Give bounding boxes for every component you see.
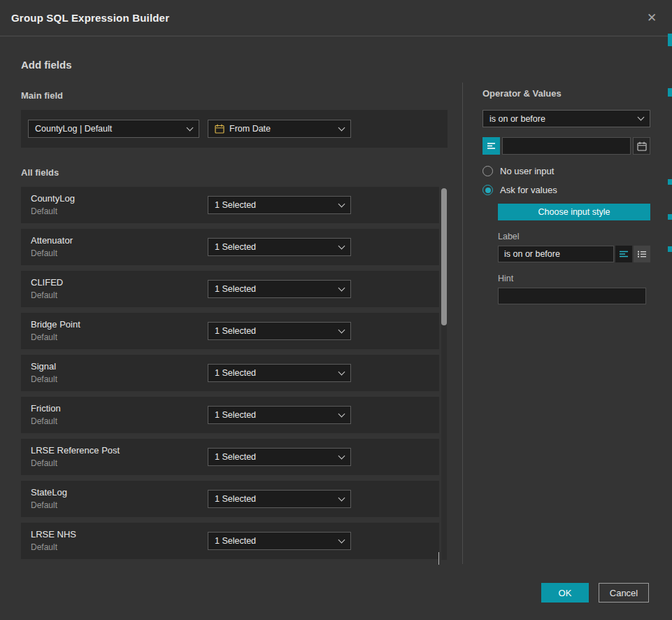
hint-input[interactable] (498, 288, 646, 304)
field-row: StateLog Default 1 Selected (21, 481, 439, 517)
label-input[interactable] (498, 246, 614, 262)
scroll-down-icon (438, 552, 439, 565)
value-mode-button[interactable] (482, 137, 500, 155)
field-selection-dropdown[interactable]: 1 Selected (208, 532, 351, 550)
chevron-down-icon (638, 114, 645, 121)
fields-scrollbar[interactable] (441, 188, 447, 560)
all-fields-list: CountyLog Default 1 Selected Attenuator … (21, 187, 439, 559)
field-selection-value: 1 Selected (215, 536, 334, 546)
field-selection-dropdown[interactable]: 1 Selected (208, 448, 351, 466)
field-selection-dropdown[interactable]: 1 Selected (208, 238, 351, 256)
field-row: LRSE Reference Post Default 1 Selected (21, 439, 439, 475)
date-picker-button[interactable] (633, 137, 650, 155)
label-row (498, 246, 650, 262)
chevron-down-icon (338, 284, 345, 291)
edge-artifact (668, 34, 672, 46)
field-row: Signal Default 1 Selected (21, 355, 439, 391)
edge-artifact (668, 179, 672, 185)
edge-artifact (668, 246, 672, 252)
field-selection-value: 1 Selected (215, 326, 334, 336)
no-user-input-label: No user input (500, 166, 554, 176)
scrollbar-thumb[interactable] (441, 188, 447, 325)
edge-artifact (668, 88, 672, 97)
chevron-down-icon (338, 410, 345, 417)
field-selection-value: 1 Selected (215, 368, 334, 378)
value-row (482, 137, 650, 155)
align-left-icon (619, 249, 629, 259)
label-field-label: Label (498, 232, 650, 241)
user-input-radio-group: No user input Ask for values (482, 166, 650, 195)
chevron-down-icon (187, 124, 194, 131)
field-selection-value: 1 Selected (215, 284, 334, 294)
field-selection-dropdown[interactable]: 1 Selected (208, 406, 351, 424)
close-button[interactable]: ✕ (643, 9, 661, 27)
field-selection-value: 1 Selected (215, 410, 334, 420)
list-icon (637, 249, 647, 259)
operator-values-heading: Operator & Values (482, 88, 650, 99)
chevron-down-icon (338, 242, 345, 249)
chevron-down-icon (338, 452, 345, 459)
operator-dropdown[interactable]: is on or before (482, 110, 650, 127)
list-input-style-button[interactable] (634, 246, 650, 262)
operator-values-section: Operator & Values is on or before No use… (482, 88, 650, 304)
field-selection-value: 1 Selected (215, 242, 334, 252)
field-row: Friction Default 1 Selected (21, 397, 439, 433)
edge-artifact (668, 214, 672, 220)
date-field-dropdown[interactable]: From Date (208, 120, 351, 138)
dialog-footer: OK Cancel (541, 583, 649, 603)
all-fields-label: All fields (21, 167, 448, 178)
cancel-button[interactable]: Cancel (599, 583, 649, 603)
field-selection-dropdown[interactable]: 1 Selected (208, 280, 351, 298)
field-row: Attenuator Default 1 Selected (21, 229, 439, 265)
value-input[interactable] (502, 137, 631, 155)
close-icon: ✕ (647, 10, 657, 25)
radio-icon (482, 185, 493, 195)
field-row: Bridge Point Default 1 Selected (21, 313, 439, 349)
layer-dropdown-value: CountyLog | Default (35, 124, 183, 134)
chevron-down-icon (338, 536, 345, 543)
ok-button[interactable]: OK (541, 583, 589, 603)
main-field-label: Main field (21, 90, 448, 101)
operator-dropdown-value: is on or before (489, 114, 634, 124)
main-field-panel: CountyLog | Default From Date (21, 110, 448, 148)
date-field-dropdown-value: From Date (229, 124, 334, 134)
ask-for-values-radio[interactable]: Ask for values (482, 185, 650, 195)
field-selection-value: 1 Selected (215, 200, 334, 210)
add-fields-section: Add fields Main field CountyLog | Defaul… (21, 59, 448, 565)
field-row: CLIFED Default 1 Selected (21, 271, 439, 307)
field-selection-dropdown[interactable]: 1 Selected (208, 196, 351, 214)
field-selection-dropdown[interactable]: 1 Selected (208, 364, 351, 382)
field-selection-dropdown[interactable]: 1 Selected (208, 322, 351, 340)
input-lines-icon (486, 141, 496, 151)
chevron-down-icon (338, 326, 345, 333)
field-selection-value: 1 Selected (215, 452, 334, 462)
calendar-icon (637, 141, 647, 151)
chevron-down-icon (338, 124, 345, 131)
no-user-input-radio[interactable]: No user input (482, 166, 650, 176)
ask-for-values-label: Ask for values (500, 185, 557, 195)
field-selection-dropdown[interactable]: 1 Selected (208, 490, 351, 508)
add-fields-heading: Add fields (21, 59, 448, 71)
field-row: CountyLog Default 1 Selected (21, 187, 439, 223)
text-input-style-button[interactable] (615, 246, 632, 262)
chevron-down-icon (338, 368, 345, 375)
dialog-titlebar: Group SQL Expression Builder ✕ (0, 0, 672, 36)
vertical-divider (462, 83, 463, 564)
field-selection-value: 1 Selected (215, 494, 334, 504)
dialog-title: Group SQL Expression Builder (11, 12, 169, 24)
choose-input-style-button[interactable]: Choose input style (498, 204, 650, 220)
chevron-down-icon (338, 494, 345, 501)
layer-dropdown[interactable]: CountyLog | Default (28, 120, 199, 138)
field-row: LRSE NHS Default 1 Selected (21, 523, 439, 559)
chevron-down-icon (338, 200, 345, 207)
calendar-icon (215, 124, 224, 134)
hint-field-label: Hint (498, 274, 650, 283)
radio-icon (482, 166, 493, 176)
